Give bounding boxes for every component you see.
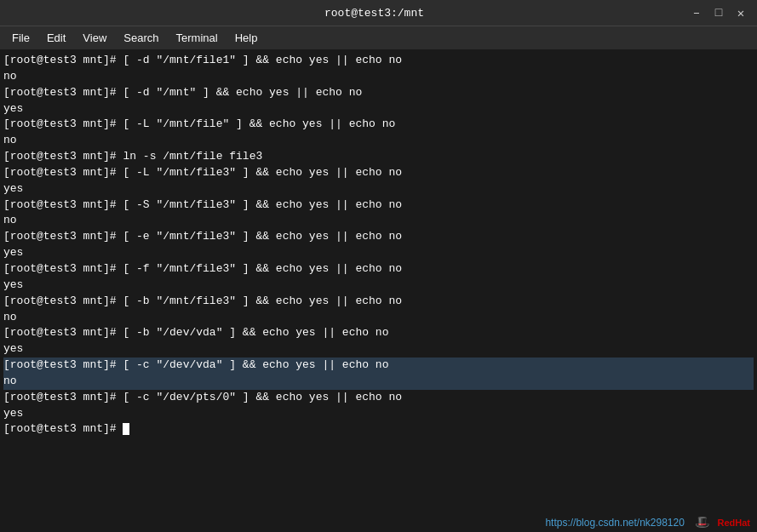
menu-file[interactable]: File <box>3 28 38 48</box>
title-bar: root@test3:/mnt – □ ✕ <box>0 0 757 26</box>
redhat-label: RedHat <box>717 518 750 528</box>
window-controls: – □ ✕ <box>689 6 748 20</box>
terminal-body[interactable]: [root@test3 mnt]# [ -d "/mnt/file1" ] &&… <box>0 49 757 513</box>
status-bar: https://blog.csdn.net/nk298120 🎩 RedHat <box>0 513 757 532</box>
terminal-output: [root@test3 mnt]# [ -d "/mnt/file1" ] &&… <box>3 53 754 438</box>
terminal-window: root@test3:/mnt – □ ✕ File Edit View Sea… <box>0 0 757 532</box>
redhat-hat-icon: 🎩 <box>695 516 709 529</box>
menu-edit[interactable]: Edit <box>38 28 74 48</box>
menu-view[interactable]: View <box>74 28 115 48</box>
maximize-button[interactable]: □ <box>711 6 726 20</box>
menu-terminal[interactable]: Terminal <box>168 28 227 48</box>
blog-link[interactable]: https://blog.csdn.net/nk298120 <box>545 517 684 529</box>
redhat-logo-area: 🎩 RedHat <box>695 515 750 530</box>
minimize-button[interactable]: – <box>689 6 704 20</box>
menu-search[interactable]: Search <box>115 28 167 48</box>
menu-help[interactable]: Help <box>227 28 267 48</box>
menu-bar: File Edit View Search Terminal Help <box>0 26 757 49</box>
close-button[interactable]: ✕ <box>733 6 748 20</box>
window-title: root@test3:/mnt <box>60 7 689 20</box>
